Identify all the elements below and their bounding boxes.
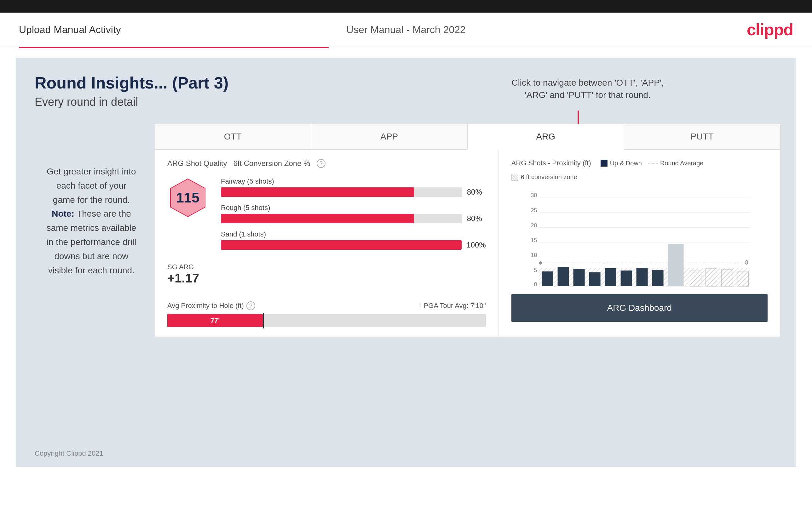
left-panel: ARG Shot Quality 6ft Conversion Zone % ?… xyxy=(155,150,499,337)
svg-rect-26 xyxy=(620,271,632,286)
proximity-label-text: Avg Proximity to Hole (ft) xyxy=(167,302,244,310)
svg-text:15: 15 xyxy=(530,237,537,243)
sg-label: SG ARG xyxy=(167,263,486,271)
sg-section: SG ARG +1.17 xyxy=(167,263,486,285)
page-subtitle: Every round in detail xyxy=(35,96,777,109)
nav-hint-text: Click to navigate between 'OTT', 'APP','… xyxy=(511,76,664,101)
svg-rect-31 xyxy=(706,269,717,286)
legend-conversion: 6 ft conversion zone xyxy=(511,173,577,181)
svg-rect-28 xyxy=(652,270,663,286)
svg-rect-21 xyxy=(542,272,553,286)
chart-header: ARG Shots - Proximity (ft) Up & Down Rou… xyxy=(511,159,768,181)
hexagon-score: 115 xyxy=(167,177,208,218)
svg-rect-27 xyxy=(636,268,648,286)
proximity-chart: 0 5 10 15 20 25 30 xyxy=(511,187,768,288)
fairway-bar-row: 80% xyxy=(221,187,486,197)
main-content: Round Insights... (Part 3) Every round i… xyxy=(16,58,796,467)
legend-dashed-line xyxy=(648,163,658,163)
hexagon-number: 115 xyxy=(176,190,199,206)
chart-title: ARG Shots - Proximity (ft) xyxy=(511,159,591,167)
rough-row: Rough (5 shots) 80% xyxy=(221,204,486,223)
legend-round-avg: Round Average xyxy=(648,160,704,167)
proximity-info-icon[interactable]: ? xyxy=(246,301,255,310)
conversion-label: 6ft Conversion Zone % xyxy=(233,159,310,168)
tab-ott[interactable]: OTT xyxy=(155,124,311,149)
rough-bar-row: 80% xyxy=(221,214,486,223)
chart-area: 0 5 10 15 20 25 30 xyxy=(511,187,768,288)
legend-hatched-box xyxy=(511,174,518,181)
fairway-label: Fairway (5 shots) xyxy=(221,177,486,185)
svg-rect-24 xyxy=(589,272,600,286)
proximity-label: Avg Proximity to Hole (ft) ? xyxy=(167,301,255,310)
fairway-bar-fill xyxy=(221,187,414,197)
arg-dashboard-button[interactable]: ARG Dashboard xyxy=(511,294,768,322)
rough-label: Rough (5 shots) xyxy=(221,204,486,212)
legend-round-avg-label: Round Average xyxy=(660,160,704,167)
legend-updown-label: Up & Down xyxy=(610,160,642,167)
upload-link[interactable]: Upload Manual Activity xyxy=(19,24,121,36)
sand-bar-fill xyxy=(221,240,462,250)
sand-percent: 100% xyxy=(466,240,486,249)
rough-percent: 80% xyxy=(467,214,486,223)
svg-text:0: 0 xyxy=(534,281,537,287)
tab-app[interactable]: APP xyxy=(311,124,468,149)
svg-rect-23 xyxy=(573,269,585,286)
fairway-bar-track xyxy=(221,187,462,197)
svg-rect-29 xyxy=(668,244,683,286)
hexagon-container: 115 Fairway (5 shots) 80% xyxy=(167,177,486,257)
document-title: User Manual - March 2022 xyxy=(346,24,466,36)
sand-row: Sand (1 shots) 100% xyxy=(221,230,486,250)
svg-rect-22 xyxy=(557,267,569,286)
svg-rect-30 xyxy=(690,271,701,286)
svg-rect-25 xyxy=(605,268,616,286)
svg-marker-19 xyxy=(539,261,542,265)
tab-putt[interactable]: PUTT xyxy=(624,124,780,149)
page-title: Round Insights... (Part 3) xyxy=(35,73,777,92)
proximity-bar-fill: 77' xyxy=(167,314,263,327)
proximity-cursor xyxy=(263,313,264,329)
svg-rect-33 xyxy=(737,272,748,286)
sand-bar-row: 100% xyxy=(221,240,486,250)
tabs: OTT APP ARG PUTT xyxy=(155,124,780,150)
header-accent xyxy=(19,47,793,48)
legend-conversion-label: 6 ft conversion zone xyxy=(521,173,577,181)
legend-updown-box xyxy=(601,160,608,167)
logo: clippd xyxy=(747,20,793,39)
svg-text:20: 20 xyxy=(530,222,537,229)
dashboard-panel: OTT APP ARG PUTT ARG Shot Quality 6ft Co… xyxy=(154,124,780,337)
info-icon[interactable]: ? xyxy=(317,159,325,168)
panel-body: ARG Shot Quality 6ft Conversion Zone % ?… xyxy=(155,150,780,337)
proximity-section: Avg Proximity to Hole (ft) ? ↑ PGA Tour … xyxy=(167,295,486,327)
header: Upload Manual Activity User Manual - Mar… xyxy=(0,13,812,47)
panel-header: ARG Shot Quality 6ft Conversion Zone % ? xyxy=(167,159,486,168)
proximity-header: Avg Proximity to Hole (ft) ? ↑ PGA Tour … xyxy=(167,301,486,310)
right-panel: ARG Shots - Proximity (ft) Up & Down Rou… xyxy=(499,150,780,337)
sand-label: Sand (1 shots) xyxy=(221,230,486,238)
legend-updown: Up & Down xyxy=(601,160,642,167)
rough-bar-track xyxy=(221,214,462,223)
footer: Copyright Clippd 2021 xyxy=(35,449,103,458)
fairway-percent: 80% xyxy=(467,188,486,196)
tab-arg[interactable]: ARG xyxy=(468,124,624,149)
proximity-bar-track: 77' xyxy=(167,314,486,327)
pga-avg: ↑ PGA Tour Avg: 7'10" xyxy=(418,302,486,310)
sg-value: +1.17 xyxy=(167,271,486,285)
top-bar xyxy=(0,0,812,13)
fairway-row: Fairway (5 shots) 80% xyxy=(221,177,486,197)
svg-text:5: 5 xyxy=(534,267,537,273)
svg-text:10: 10 xyxy=(530,252,537,258)
svg-text:8: 8 xyxy=(745,260,748,266)
rough-bar-fill xyxy=(221,214,414,223)
shot-bars: Fairway (5 shots) 80% Rough (5 shots) xyxy=(221,177,486,257)
note-label: Note: xyxy=(52,209,74,219)
shot-quality-label: ARG Shot Quality xyxy=(167,159,227,168)
svg-text:30: 30 xyxy=(530,192,537,199)
svg-text:25: 25 xyxy=(530,207,537,214)
left-description: Get greater insight into each facet of y… xyxy=(35,165,148,277)
svg-rect-32 xyxy=(721,270,732,286)
sand-bar-track xyxy=(221,240,462,250)
